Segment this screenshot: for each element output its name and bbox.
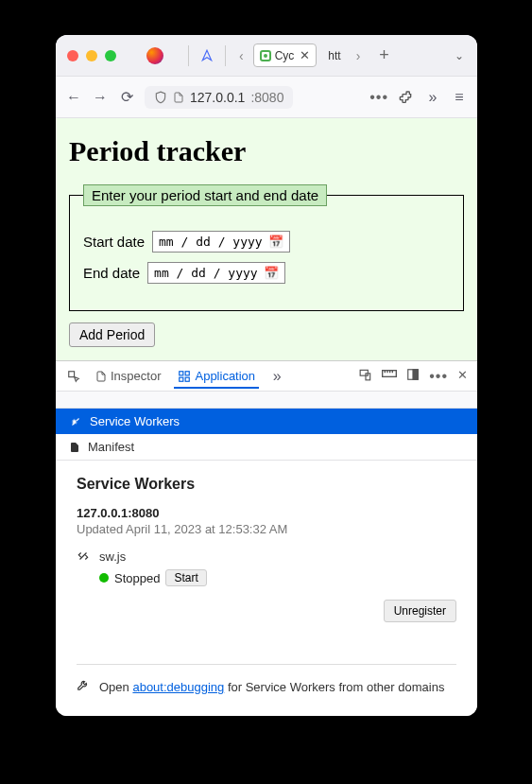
window-controls	[67, 50, 116, 61]
extensions-button[interactable]	[398, 89, 415, 106]
tab-next-button[interactable]: ›	[352, 48, 365, 63]
add-period-button[interactable]: Add Period	[69, 322, 155, 347]
service-workers-nav[interactable]: Service Workers	[56, 409, 477, 434]
devtools-spacer	[56, 392, 477, 409]
about-debugging-link[interactable]: about:debugging	[132, 680, 224, 694]
start-date-label: Start date	[83, 234, 145, 250]
devtools-more-tabs[interactable]: »	[268, 368, 285, 385]
reload-button[interactable]: ⟳	[118, 89, 135, 106]
manifest-nav[interactable]: Manifest	[56, 434, 477, 461]
svg-point-1	[264, 54, 267, 58]
tab-active[interactable]: Cyc ✕	[253, 44, 317, 67]
manifest-label: Manifest	[88, 440, 134, 454]
tab-label: Cyc	[275, 49, 295, 62]
calendar-icon[interactable]: 📅	[264, 266, 279, 280]
tab-favicon	[260, 50, 271, 61]
page-actions-button[interactable]: •••	[369, 89, 388, 106]
start-date-row: Start date mm / dd / yyyy 📅	[83, 231, 450, 253]
status-dot-icon	[99, 573, 109, 583]
page-title: Period tracker	[69, 135, 464, 167]
tab-separator	[188, 45, 189, 66]
footer-prefix: Open	[99, 680, 132, 694]
tools-icon	[69, 415, 82, 428]
period-fieldset: Enter your period start and end date Sta…	[69, 184, 464, 311]
overflow-button[interactable]: »	[424, 89, 441, 106]
service-workers-label: Service Workers	[90, 414, 180, 428]
tab-close-button[interactable]: ✕	[300, 48, 310, 62]
devtools-panel: Inspector Application » ••• ✕ Service Wo…	[56, 360, 477, 716]
tools-icon	[77, 549, 90, 563]
svg-rect-4	[186, 371, 190, 375]
sw-file-row: sw.js Stopped Start	[77, 549, 456, 586]
browser-window: ‹ Cyc ✕ htt › + ⌄ ← → ⟳ 127.0.0.1:8080 •…	[56, 35, 477, 716]
sw-status: Stopped	[114, 571, 160, 585]
date-placeholder: mm / dd / yyyy	[159, 235, 263, 249]
inspector-icon	[95, 370, 107, 383]
svg-rect-5	[186, 377, 190, 381]
end-date-row: End date mm / dd / yyyy 📅	[83, 262, 450, 284]
tab-inactive[interactable]: htt	[322, 45, 346, 66]
page-content: Period tracker Enter your period start a…	[56, 118, 477, 360]
new-tab-button[interactable]: +	[373, 45, 395, 65]
forward-button[interactable]: →	[92, 89, 109, 106]
address-field[interactable]: 127.0.0.1:8080	[145, 86, 293, 109]
application-icon	[178, 370, 191, 383]
tab-separator	[225, 45, 226, 66]
firefox-icon	[146, 47, 163, 64]
close-window-button[interactable]	[67, 50, 78, 61]
url-bar: ← → ⟳ 127.0.0.1:8080 ••• » ≡	[56, 77, 477, 118]
tabs-dropdown-button[interactable]: ⌄	[449, 49, 470, 62]
sw-status-line: Stopped Start	[99, 569, 207, 586]
start-date-input[interactable]: mm / dd / yyyy 📅	[152, 231, 290, 253]
section-title: Service Workers	[77, 476, 456, 493]
element-picker-icon[interactable]	[65, 368, 82, 385]
date-placeholder: mm / dd / yyyy	[154, 266, 258, 280]
devtools-tabs: Inspector Application » ••• ✕	[56, 361, 477, 392]
end-date-label: End date	[83, 265, 140, 281]
sw-updated: Updated April 11, 2023 at 12:53:32 AM	[77, 522, 456, 536]
footer-note: Open about:debugging for Service Workers…	[77, 678, 456, 697]
calendar-icon[interactable]: 📅	[268, 235, 283, 249]
fieldset-legend: Enter your period start and end date	[83, 184, 327, 206]
application-tab-label: Application	[195, 369, 255, 383]
back-button[interactable]: ←	[65, 89, 82, 106]
tab-strip: ‹ Cyc ✕ htt › + ⌄	[56, 35, 477, 77]
divider	[77, 664, 456, 665]
svg-rect-3	[180, 371, 183, 375]
ruler-icon[interactable]	[382, 368, 397, 385]
end-date-input[interactable]: mm / dd / yyyy 📅	[147, 262, 285, 284]
start-button[interactable]: Start	[165, 569, 206, 586]
responsive-mode-icon[interactable]	[359, 368, 372, 385]
svg-rect-6	[180, 377, 183, 381]
devtools-close-button[interactable]: ✕	[457, 368, 468, 385]
devtools-options-button[interactable]: •••	[429, 368, 448, 385]
inspector-tab[interactable]: Inspector	[92, 363, 164, 389]
menu-button[interactable]: ≡	[451, 89, 468, 106]
application-tab[interactable]: Application	[174, 363, 259, 389]
url-port: :8080	[250, 90, 283, 105]
tab-icon-generic[interactable]	[198, 47, 215, 64]
svg-rect-11	[413, 369, 418, 379]
maximize-window-button[interactable]	[105, 50, 116, 61]
sw-host: 127.0.0.1:8080	[77, 506, 456, 520]
minimize-window-button[interactable]	[86, 50, 97, 61]
url-host: 127.0.0.1	[190, 90, 245, 105]
tab-label: htt	[328, 49, 340, 62]
tab-prev-button[interactable]: ‹	[235, 48, 248, 63]
unregister-button[interactable]: Unregister	[384, 600, 456, 622]
wrench-icon	[77, 678, 90, 691]
page-icon	[173, 91, 184, 104]
document-icon	[69, 441, 80, 454]
shield-icon	[154, 91, 167, 104]
dock-icon[interactable]	[406, 368, 420, 385]
inspector-tab-label: Inspector	[111, 369, 161, 383]
footer-suffix: for Service Workers from other domains	[224, 680, 444, 694]
sw-file-name[interactable]: sw.js	[99, 549, 207, 564]
devtools-body: Service Workers 127.0.0.1:8080 Updated A…	[56, 461, 477, 712]
